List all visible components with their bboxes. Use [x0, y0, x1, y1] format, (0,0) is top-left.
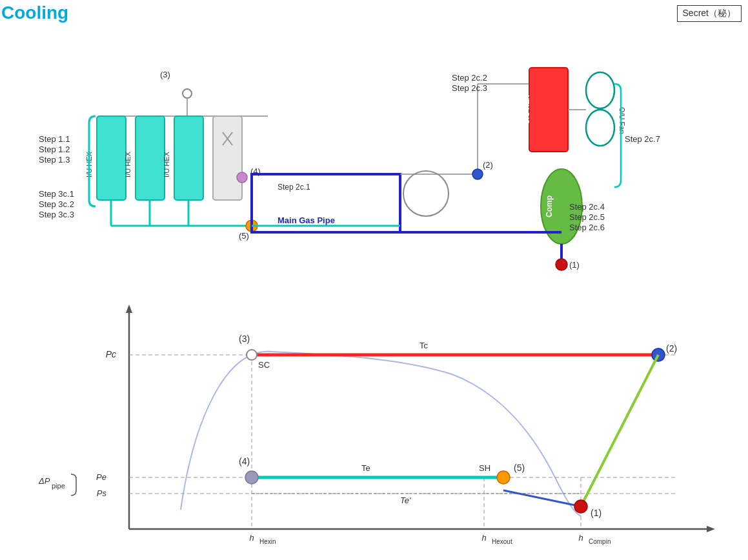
comp-label: Comp [545, 195, 554, 217]
pe-label: Pe [96, 472, 106, 482]
page-title: Cooling [1, 3, 68, 23]
node2-graph-label: (2) [666, 343, 677, 354]
step2c4-label: Step 2c.4 [569, 202, 605, 212]
h-hexin-sub: Hexin [259, 538, 276, 545]
x-unit-box [213, 116, 242, 200]
right-bracket [614, 84, 621, 187]
step2c5-label: Step 2c.5 [569, 212, 605, 222]
tc-label: Tc [419, 341, 429, 350]
ou-fan-top-ellipse [586, 72, 614, 108]
iu-hex-2 [136, 116, 165, 200]
step2c7-label: Step 2c.7 [625, 134, 660, 144]
node3-graph-circle [247, 350, 257, 360]
iu-hex-2-label: I/U HEX [124, 151, 132, 177]
sh-label: SH [479, 463, 490, 473]
node1-graph-label: (1) [591, 508, 601, 518]
ou-fan-bottom-ellipse [586, 110, 614, 146]
node4-graph-label: (4) [239, 456, 250, 466]
iu-hex-3 [174, 116, 203, 200]
delta-p-brace [71, 474, 76, 495]
node3-circle [183, 89, 192, 98]
h-hexout-label: h [481, 533, 486, 543]
sat-curve [181, 352, 581, 516]
node1-circle [556, 259, 567, 270]
main-gas-pipe-label: Main Gas Pipe [278, 215, 335, 225]
step-1-2-label: Step 1.2 [39, 145, 70, 154]
node1-graph-circle [574, 500, 587, 513]
h-compin-label: h [578, 533, 583, 543]
te-prime-label: Te' [400, 495, 411, 505]
delta-p-pipe-sub: pipe [52, 482, 65, 490]
node4-circle [237, 172, 247, 183]
step2c6-label: Step 2c.6 [569, 223, 605, 232]
accumulator-circle [403, 171, 449, 216]
h-hexout-sub: Hexout [492, 538, 512, 545]
step2c3-label: Step 2c.3 [452, 83, 487, 93]
node2-circle [472, 169, 483, 179]
iu-hex-1 [97, 116, 126, 200]
ou-hex-label: O/U HEX [523, 95, 531, 125]
node5-label: (5) [239, 231, 249, 241]
step-1-1-label: Step 1.1 [39, 134, 70, 144]
step2c1-label: Step 2c.1 [278, 183, 310, 192]
x-axis-arrow [707, 526, 715, 532]
pipe-loss-line [503, 490, 581, 506]
secret-badge: Secret（秘） [677, 5, 742, 22]
step2c2-label: Step 2c.2 [452, 73, 487, 83]
sc-label: SC [258, 360, 270, 370]
h-compin-sub: Compin [589, 538, 611, 545]
graph-svg: Pc Pe Ps ΔP pipe h Hexin h Hexout h Comp… [0, 290, 748, 560]
node5-graph-label: (5) [514, 463, 525, 473]
step-3c-3-label: Step 3c.3 [39, 210, 74, 219]
ou-hex-box [529, 68, 568, 152]
node3-label-top: (3) [160, 70, 170, 79]
pc-label: Pc [106, 349, 116, 359]
y-axis-arrow [126, 305, 132, 313]
node3-graph-label: (3) [239, 334, 250, 344]
h-hexin-label: h [249, 533, 254, 543]
node5-graph-circle [497, 471, 510, 484]
iu-hex-3-label: I/U HEX [163, 151, 170, 177]
compression-line-green [581, 355, 658, 506]
step-3c-1-label: Step 3c.1 [39, 189, 74, 199]
node2-label: (2) [483, 160, 493, 170]
diagram-svg: Step 1.1 Step 1.2 Step 1.3 Step 3c.1 Ste… [0, 32, 748, 290]
ps-label: Ps [97, 488, 107, 498]
ou-fan-label: O/U Fan [618, 107, 626, 134]
node4-graph-circle [245, 471, 258, 484]
node1-label: (1) [569, 260, 580, 270]
te-label: Te [361, 463, 370, 473]
delta-p-label: ΔP [38, 476, 50, 486]
step-3c-2-label: Step 3c.2 [39, 199, 74, 209]
step-1-3-label: Step 1.3 [39, 155, 70, 165]
